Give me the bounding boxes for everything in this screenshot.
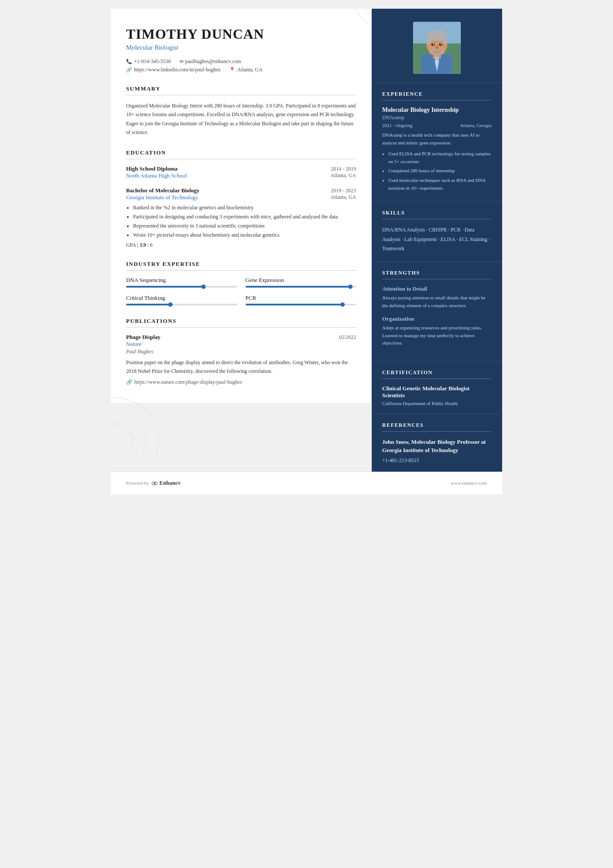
email-address: paulhughes@enhancv.com: [185, 58, 241, 65]
summary-text: Organized Molecular Biology Intern with …: [126, 101, 356, 137]
edu-bullet-2-4: Wrote 10+ pictorial essays about biochem…: [133, 231, 356, 239]
bar-fill-1: [126, 286, 203, 288]
edu-bullets-2: Ranked in the %2 in molecular genetics a…: [126, 204, 356, 240]
certification-section: CERTIFICATION Clinical Genetic Molecular…: [372, 361, 502, 414]
svg-point-18: [436, 46, 438, 49]
edu-dates-2: 2019 - 2023: [331, 188, 356, 194]
contact-row-2: 🔗 https://www.linkedin.com/in/paul-hughe…: [126, 67, 356, 73]
pub-source-1: Nature: [126, 341, 356, 348]
link-icon-2: 🔗: [126, 379, 133, 385]
svg-point-3: [111, 411, 146, 454]
location-icon: 📍: [229, 67, 235, 73]
svg-point-4: [111, 424, 133, 454]
pub-date-1: 02/2022: [339, 334, 356, 341]
gpa-value: 3.9: [140, 242, 146, 248]
powered-by-label: Powered by: [126, 480, 149, 486]
phone-icon: 📞: [126, 59, 132, 64]
expertise-label-4: PCR: [246, 295, 356, 302]
expertise-label-3: Critical Thinking: [126, 295, 237, 302]
edu-school-1: North Atlanta High School: [126, 172, 187, 179]
header-section: TIMOTHY DUNCAN Molecular Biologist 📞 +1-…: [126, 26, 356, 73]
bar-track-2: [246, 286, 356, 288]
linkedin-contact: 🔗 https://www.linkedin.com/in/paul-hughe…: [126, 67, 220, 73]
publications-section: PUBLICATIONS Phage Display 02/2022 Natur…: [126, 318, 356, 385]
svg-rect-13: [443, 35, 447, 44]
right-column: EXPERIENCE Molecular Biology Internship …: [372, 9, 502, 472]
brand-name: Enhancv: [160, 479, 181, 486]
footer: Powered by ∞ Enhancv www.enhancv.com: [111, 472, 502, 494]
edu-bullet-2-3: Represented the university in 3 national…: [133, 222, 356, 230]
expertise-item-3: Critical Thinking: [126, 295, 237, 305]
strength-item-1: Attention to Detail Always paying attent…: [382, 285, 492, 309]
edu-location-1: Atlanta, GA: [330, 172, 356, 179]
svg-rect-12: [426, 35, 431, 44]
location-contact: 📍 Atlanta, GA: [229, 67, 263, 73]
bar-dot-4: [340, 302, 345, 307]
reference-name: John Snow, Molecular Biology Professor a…: [382, 438, 492, 455]
expertise-section: INDUSTRY EXPERTISE DNA Sequencing Gene: [126, 261, 356, 305]
exp-bullets: Used ELISA and PCR technology for testin…: [382, 150, 492, 192]
pub-description-1: Position paper on the phage display aime…: [126, 359, 356, 375]
bar-track-3: [126, 304, 237, 305]
expertise-grid: DNA Sequencing Gene Expression: [126, 277, 356, 305]
strength-desc-2: Adept at organizing resources and priori…: [382, 324, 492, 347]
references-section: REFERENCES John Snow, Molecular Biology …: [372, 414, 502, 472]
photo-area: [372, 9, 502, 83]
candidate-photo: [413, 22, 461, 74]
strengths-section: STRENGTHS Attention to Detail Always pay…: [372, 261, 502, 361]
expertise-label-1: DNA Sequencing: [126, 277, 237, 284]
photo-svg: [413, 22, 461, 74]
pub-author-1: Paul Hughes: [126, 349, 356, 355]
contact-row-1: 📞 +1-914-345-5530 ✉ paulhughes@enhancv.c…: [126, 58, 356, 65]
publications-title: PUBLICATIONS: [126, 318, 356, 328]
gpa-row: GPA | 3.9 / 6: [126, 242, 356, 248]
skills-title: SKILLS: [382, 210, 492, 219]
bar-fill-4: [246, 304, 343, 305]
reference-phone: +1-481-213-8515: [382, 457, 492, 464]
pub-title-1: Phage Display: [126, 334, 160, 341]
strength-desc-1: Always paying attention to small details…: [382, 294, 492, 309]
edu-location-2: Atlanta, GA: [330, 194, 356, 201]
edu-degree-1: High School Diploma: [126, 165, 177, 172]
footer-website: www.enhancv.com: [451, 480, 487, 486]
experience-section: EXPERIENCE Molecular Biology Internship …: [372, 83, 502, 201]
link-icon: 🔗: [126, 67, 132, 73]
svg-rect-21: [435, 57, 439, 60]
exp-company: DNAramp: [382, 114, 492, 121]
expertise-item-4: PCR: [246, 295, 356, 305]
exp-job-title: Molecular Biology Internship: [382, 107, 492, 114]
edu-bullet-2-1: Ranked in the %2 in molecular genetics a…: [133, 204, 356, 212]
svg-point-16: [433, 44, 434, 45]
experience-title: EXPERIENCE: [382, 91, 492, 101]
education-title: EDUCATION: [126, 149, 356, 159]
deco-bottom-left: [111, 376, 176, 454]
edu-degree-2: Bachelor of Molecular Biology: [126, 187, 200, 194]
cert-name: Clinical Genetic Molecular Biologist Sci…: [382, 385, 492, 399]
bar-dot-1: [201, 285, 206, 289]
exp-bullet-2: Completed 280 hours of internship: [388, 167, 492, 175]
skills-section: SKILLS DNA/RNA Analysis · CRISPR · PCR ·…: [372, 201, 502, 261]
strength-name-2: Organization: [382, 315, 492, 322]
education-section: EDUCATION High School Diploma 2014 - 201…: [126, 149, 356, 249]
linkedin-url: https://www.linkedin.com/in/paul-hughes: [134, 67, 220, 73]
phone-contact: 📞 +1-914-345-5530: [126, 58, 171, 65]
email-icon: ✉: [180, 59, 183, 64]
edu-bullet-2-2: Participated in designing and conducting…: [133, 213, 356, 221]
cert-issuer: California Department of Public Health: [382, 401, 492, 406]
email-contact: ✉ paulhughes@enhancv.com: [180, 58, 241, 65]
footer-brand: Powered by ∞ Enhancv: [126, 478, 181, 488]
references-title: REFERENCES: [382, 422, 492, 432]
svg-point-2: [111, 398, 159, 454]
bar-track-4: [246, 304, 356, 305]
strength-item-2: Organization Adept at organizing resourc…: [382, 315, 492, 347]
exp-bullet-3: Used molecular techniques such as RNA an…: [388, 177, 492, 192]
education-entry-bachelor: Bachelor of Molecular Biology 2019 - 202…: [126, 187, 356, 249]
edu-school-2: Georgia Institute of Technology: [126, 194, 198, 201]
exp-dates-loc: 2021 - Ongoing Atlanta, Georgia: [382, 123, 492, 128]
location-text: Atlanta, GA: [237, 67, 263, 73]
summary-title: SUMMARY: [126, 85, 356, 95]
edu-dates-1: 2014 - 2019: [331, 166, 356, 172]
publication-entry-1: Phage Display 02/2022 Nature Paul Hughes…: [126, 334, 356, 385]
candidate-title: Molecular Biologist: [126, 44, 356, 51]
expertise-title: INDUSTRY EXPERTISE: [126, 261, 356, 271]
